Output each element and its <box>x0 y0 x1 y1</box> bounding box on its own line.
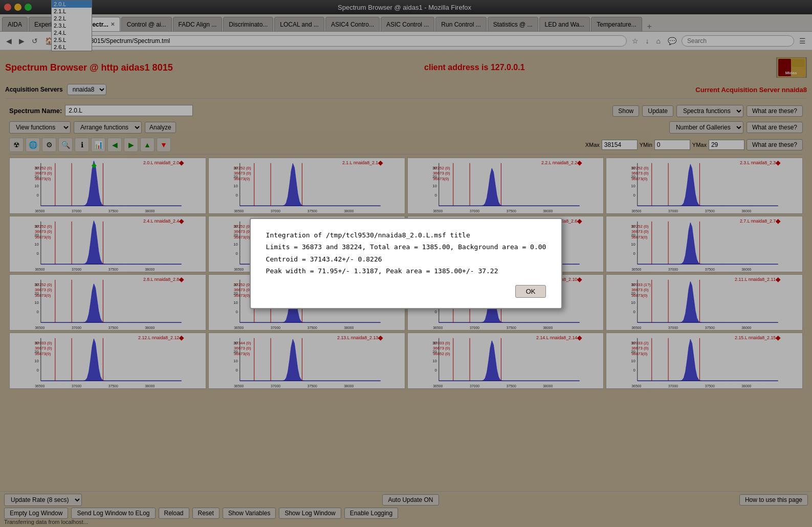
modal-footer: OK <box>266 285 546 298</box>
modal-content: Integration of /tmp/tcl9530/nnaida8_2.0.… <box>266 229 546 277</box>
modal-line1: Limits = 36873 and 38224, Total area = 1… <box>266 241 546 253</box>
modal-overlay[interactable]: Integration of /tmp/tcl9530/nnaida8_2.0.… <box>0 0 812 527</box>
modal-dialog: Integration of /tmp/tcl9530/nnaida8_2.0.… <box>250 218 563 310</box>
modal-ok-button[interactable]: OK <box>515 285 546 298</box>
modal-line2: Centroid = 37143.42+/- 0.8226 <box>266 253 546 265</box>
modal-title: Integration of /tmp/tcl9530/nnaida8_2.0.… <box>266 229 546 241</box>
modal-line3: Peak width = 71.95+/- 1.3187, Peak area … <box>266 265 546 277</box>
